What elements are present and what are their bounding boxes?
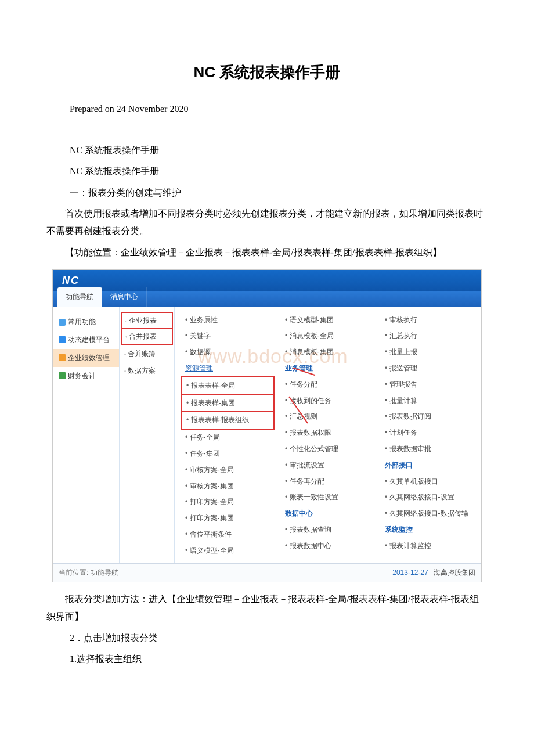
menu-item[interactable]: 数据源	[182, 344, 275, 361]
status-location: 当前位置: 功能导航	[59, 566, 118, 579]
menu-item[interactable]: 报表数据订阅	[381, 409, 474, 425]
menu-item[interactable]: 审批流设置	[282, 457, 374, 473]
cube-icon	[59, 336, 66, 343]
menu-item[interactable]: 计划任务	[381, 425, 474, 441]
menu-group-monitor: 系统监控	[381, 521, 474, 538]
section-heading-1: 一：报表分类的创建与维护	[70, 184, 488, 201]
nc-statusbar: 当前位置: 功能导航 2013-12-27 海高控股集团	[53, 563, 481, 582]
menu-item[interactable]: 关键字	[182, 328, 275, 344]
menu-item-org-sample[interactable]: 报表表样-报表组织	[181, 412, 275, 430]
sub-item-merge-report[interactable]: 合并报表	[121, 328, 173, 345]
menu-item[interactable]: 报送管理	[381, 361, 474, 377]
nc-screenshot: NC 功能导航 消息中心 常用功能 动态建模平台 企业绩效管理 财务会计 企业报…	[52, 269, 482, 582]
menu-item[interactable]: 报表数据权限	[282, 425, 374, 441]
menu-item[interactable]: 舍位平衡条件	[182, 526, 275, 542]
menu-item[interactable]: 批量上报	[381, 344, 474, 361]
menu-item[interactable]: 消息模板-集团	[282, 344, 374, 361]
left-item-common[interactable]: 常用功能	[53, 313, 119, 331]
menu-item[interactable]: 审核执行	[381, 312, 474, 328]
menu-group-ext: 外部接口	[381, 457, 474, 473]
menu-item[interactable]: 报表计算监控	[381, 538, 474, 554]
menu-item[interactable]: 久其网络版接口-设置	[381, 489, 474, 506]
grid-icon	[59, 354, 66, 361]
menu-item[interactable]: 消息模板-全局	[282, 328, 374, 344]
menu-item[interactable]: 久其单机版接口	[381, 473, 474, 489]
step-1: 1.选择报表主组织	[70, 650, 488, 668]
menu-col-2: 语义模型-集团 消息模板-全局 消息模板-集团 业务管理 任务分配 接收到的任务…	[278, 312, 378, 559]
menu-item[interactable]: 批量计算	[381, 393, 474, 409]
monitor-icon	[59, 319, 66, 326]
doc-icon	[59, 372, 66, 379]
menu-item[interactable]: 报表数据查询	[282, 521, 374, 538]
tab-message-center[interactable]: 消息中心	[102, 287, 147, 307]
sub-item-data-plan[interactable]: 数据方案	[120, 362, 174, 379]
status-right: 2013-12-27 海高控股集团	[392, 566, 475, 579]
menu-item[interactable]: 任务-集团	[182, 446, 275, 462]
menu-group-data-center: 数据中心	[282, 506, 374, 522]
nc-tabbar: 功能导航 消息中心	[53, 291, 481, 307]
menu-item[interactable]: 管理报告	[381, 376, 474, 393]
menu-item[interactable]: 报表数据审批	[381, 441, 474, 458]
left-label: 动态建模平台	[68, 333, 110, 347]
menu-item[interactable]: 账表一致性设置	[282, 489, 374, 506]
menu-item[interactable]: 汇总执行	[381, 328, 474, 344]
paragraph-2: 【功能位置：企业绩效管理－企业报表－报表表样-全局/报表表样-集团/报表表样-报…	[46, 244, 488, 261]
paragraph-1: 首次使用报表或者增加不同报表分类时必须先创建报表分类，才能建立新的报表，如果增加…	[46, 205, 488, 240]
menu-item[interactable]: 审核方案-全局	[182, 462, 275, 478]
menu-item-group-sample[interactable]: 报表表样-集团	[181, 395, 275, 412]
sub-item-ent-report[interactable]: 企业报表	[121, 312, 173, 329]
doc-title: NC 系统报表操作手册	[46, 58, 488, 87]
left-label: 常用功能	[68, 315, 96, 329]
tab-function-nav[interactable]: 功能导航	[57, 287, 102, 307]
left-label: 企业绩效管理	[68, 351, 110, 365]
menu-item[interactable]: 语义模型-全局	[182, 542, 275, 559]
menu-item[interactable]: 任务再分配	[282, 473, 374, 489]
step-2: 2．点击增加报表分类	[70, 629, 488, 647]
prepared-date: Prepared on 24 November 2020	[70, 100, 488, 118]
menu-item[interactable]: 打印方案-集团	[182, 510, 275, 527]
menu-item[interactable]: 打印方案-全局	[182, 494, 275, 510]
nc-sub-nav: 企业报表 合并报表 合并账簿 数据方案	[120, 307, 175, 563]
menu-item[interactable]: 久其网络版接口-数据传输	[381, 506, 474, 522]
menu-item-global-sample[interactable]: 报表表样-全局	[181, 376, 275, 395]
menu-item[interactable]: 报表数据中心	[282, 538, 374, 554]
left-item-model[interactable]: 动态建模平台	[53, 331, 119, 349]
status-date: 2013-12-27	[392, 568, 428, 577]
menu-col-1: 业务属性 关键字 数据源 资源管理 报表表样-全局 报表表样-集团 报表表样-报…	[178, 312, 278, 559]
menu-item[interactable]: 个性化公式管理	[282, 441, 374, 458]
menu-group-resource[interactable]: 资源管理	[182, 361, 275, 377]
menu-item[interactable]: 审核方案-集团	[182, 478, 275, 494]
paragraph-3: 报表分类增加方法：进入【企业绩效管理－企业报表－报表表样-全局/报表表样-集团/…	[46, 591, 488, 626]
left-label: 财务会计	[68, 369, 96, 383]
nc-menu-columns: www.bdocx.com 业务属性 关键字 数据源 资源管理 报表表样-全局 …	[175, 307, 481, 563]
menu-item[interactable]: 任务-全局	[182, 430, 275, 446]
menu-item[interactable]: 业务属性	[182, 312, 275, 328]
body-line-2: NC 系统报表操作手册	[70, 163, 488, 180]
left-item-fin[interactable]: 财务会计	[53, 367, 119, 385]
nc-left-nav: 常用功能 动态建模平台 企业绩效管理 财务会计	[53, 307, 120, 563]
menu-item[interactable]: 语义模型-集团	[282, 312, 374, 328]
body-line-1: NC 系统报表操作手册	[70, 142, 488, 159]
menu-item[interactable]: 汇总规则	[282, 409, 374, 425]
menu-col-3: 审核执行 汇总执行 批量上报 报送管理 管理报告 批量计算 报表数据订阅 计划任…	[378, 312, 478, 559]
menu-item[interactable]: 任务分配	[282, 376, 374, 393]
status-org: 海高控股集团	[434, 568, 475, 577]
left-item-perf[interactable]: 企业绩效管理	[53, 349, 119, 367]
sub-item-merge-book[interactable]: 合并账簿	[120, 345, 174, 362]
